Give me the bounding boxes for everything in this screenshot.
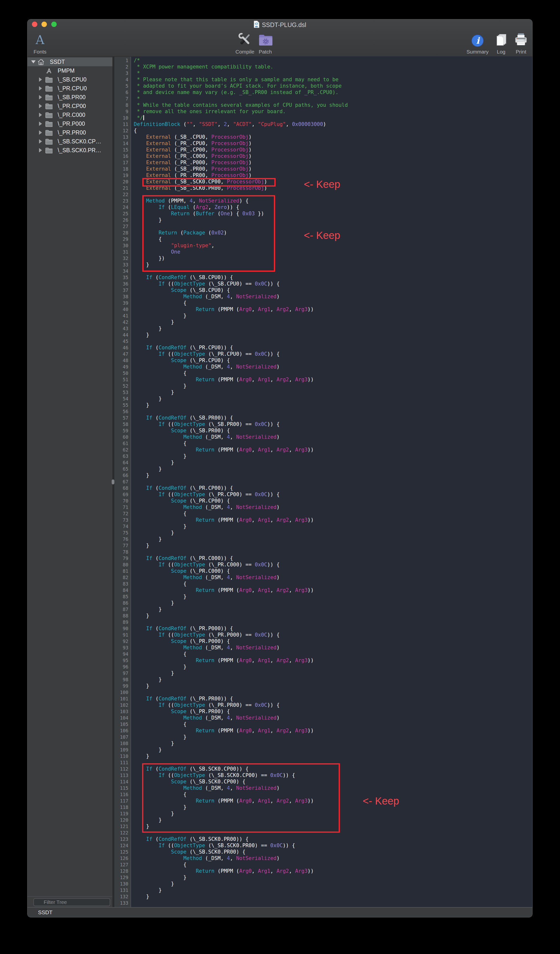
code-line[interactable]: Scope (\_SB.CPU0) { bbox=[134, 287, 532, 293]
code-line[interactable]: * remove all the ones irrelevant for you… bbox=[134, 108, 532, 115]
code-line[interactable]: } bbox=[134, 396, 532, 402]
code-line[interactable]: * bbox=[134, 95, 532, 102]
sidebar-item--pr-p000[interactable]: \_PR.P000 bbox=[28, 119, 112, 128]
code-line[interactable]: { bbox=[134, 370, 532, 376]
chevron-down-icon[interactable] bbox=[31, 61, 37, 63]
code-line[interactable]: */ bbox=[134, 115, 532, 121]
code-line[interactable]: If (CondRefOf (\_PR.CP00)) { bbox=[134, 485, 532, 491]
chevron-right-icon[interactable] bbox=[39, 122, 44, 126]
code-line[interactable]: Method (_DSM, 4, NotSerialized) bbox=[134, 644, 532, 651]
code-line[interactable]: } bbox=[134, 811, 532, 817]
code-line[interactable] bbox=[134, 759, 532, 766]
fonts-button[interactable]: A Fonts bbox=[32, 31, 48, 55]
code-line[interactable]: Method (_DSM, 4, NotSerialized) bbox=[134, 855, 532, 862]
code-line[interactable]: } bbox=[134, 823, 532, 829]
code-line[interactable]: If ((ObjectType (\_PR.P000) == 0x0C)) { bbox=[134, 632, 532, 638]
code-line[interactable]: If ((ObjectType (\_PR.CP00) == 0x0C)) { bbox=[134, 491, 532, 497]
code-line[interactable]: If (CondRefOf (\_SB.SCK0.PR00)) { bbox=[134, 836, 532, 842]
code-line[interactable]: { bbox=[134, 651, 532, 657]
code-line[interactable]: { bbox=[134, 510, 532, 517]
code-line[interactable]: Return (PMPM (Arg0, Arg1, Arg2, Arg3)) bbox=[134, 798, 532, 804]
code-line[interactable]: * Please note that this table is only a … bbox=[134, 76, 532, 83]
code-line[interactable] bbox=[134, 268, 532, 274]
code-line[interactable] bbox=[134, 829, 532, 836]
code-line[interactable]: Scope (\_PR.CP00) { bbox=[134, 497, 532, 504]
code-line[interactable]: } bbox=[134, 389, 532, 396]
code-line[interactable]: } bbox=[134, 893, 532, 900]
code-line[interactable]: External (_PR_.C000, ProcessorObj) bbox=[134, 153, 532, 159]
code-line[interactable] bbox=[134, 408, 532, 415]
code-line[interactable] bbox=[134, 549, 532, 555]
sidebar-item-pmpm[interactable]: PMPM bbox=[28, 66, 112, 75]
code-line[interactable]: Return (PMPM (Arg0, Arg1, Arg2, Arg3)) bbox=[134, 868, 532, 874]
code-line[interactable]: If (LEqual (Arg2, Zero)) { bbox=[134, 204, 532, 210]
code-line[interactable]: "plugin-type", bbox=[134, 242, 532, 249]
chevron-right-icon[interactable] bbox=[39, 139, 44, 143]
code-line[interactable]: { bbox=[134, 440, 532, 447]
code-line[interactable]: Return (PMPM (Arg0, Arg1, Arg2, Arg3)) bbox=[134, 657, 532, 664]
code-line[interactable] bbox=[134, 191, 532, 198]
code-line[interactable]: Scope (\_PR.PR00) { bbox=[134, 708, 532, 715]
code-line[interactable]: Method (PMPM, 4, NotSerialized) { bbox=[134, 198, 532, 204]
code-line[interactable]: } bbox=[134, 332, 532, 338]
chevron-right-icon[interactable] bbox=[39, 104, 44, 108]
code-line[interactable]: If (CondRefOf (\_SB.PR00)) { bbox=[134, 415, 532, 421]
code-line[interactable]: Method (_DSM, 4, NotSerialized) bbox=[134, 434, 532, 440]
code-line[interactable]: } bbox=[134, 459, 532, 466]
code-line[interactable]: If ((ObjectType (\_PR.PR00) == 0x0C)) { bbox=[134, 702, 532, 708]
code-line[interactable]: } bbox=[134, 402, 532, 408]
code-line[interactable]: If (CondRefOf (\_SB.SCK0.CP00)) { bbox=[134, 766, 532, 772]
chevron-right-icon[interactable] bbox=[39, 148, 44, 153]
code-line[interactable] bbox=[134, 479, 532, 485]
code-line[interactable] bbox=[134, 900, 532, 906]
code-line[interactable]: } bbox=[134, 523, 532, 530]
sidebar-item-ssdt[interactable]: SSDT bbox=[28, 58, 112, 66]
code-line[interactable]: } bbox=[134, 319, 532, 325]
code-line[interactable]: { bbox=[134, 300, 532, 306]
code-line[interactable]: Method (_DSM, 4, NotSerialized) bbox=[134, 363, 532, 370]
code-line[interactable] bbox=[134, 223, 532, 229]
patch-button[interactable]: Patch bbox=[257, 31, 273, 55]
code-line[interactable]: } bbox=[134, 753, 532, 759]
print-button[interactable]: Print bbox=[512, 31, 530, 55]
summary-button[interactable]: i Summary bbox=[465, 31, 490, 55]
code-line[interactable]: If (CondRefOf (\_PR.PR00)) { bbox=[134, 695, 532, 702]
code-line[interactable]: } bbox=[134, 542, 532, 549]
code-line[interactable]: Method (_DSM, 4, NotSerialized) bbox=[134, 293, 532, 300]
code-line[interactable]: Return (PMPM (Arg0, Arg1, Arg2, Arg3)) bbox=[134, 306, 532, 313]
code-line[interactable]: { bbox=[134, 721, 532, 727]
code-line[interactable]: Return (Package (0x02) bbox=[134, 229, 532, 236]
splitter-handle[interactable] bbox=[112, 479, 114, 484]
code-line[interactable]: } bbox=[134, 536, 532, 542]
code-line[interactable]: If ((ObjectType (\_PR.C000) == 0x0C)) { bbox=[134, 561, 532, 568]
code-line[interactable]: DefinitionBlock ("", "SSDT", 2, "ACDT", … bbox=[134, 121, 532, 128]
filter-tree-input[interactable] bbox=[33, 898, 110, 906]
code-line[interactable] bbox=[134, 619, 532, 625]
code-line[interactable]: External (_SB_.SCK0.PR00, ProcessorObj) bbox=[134, 185, 532, 191]
code-line[interactable]: Scope (\_SB.SCK0.PR00) { bbox=[134, 849, 532, 855]
code-line[interactable]: } bbox=[134, 453, 532, 459]
code-line[interactable]: * adapted to fit your board's ACPI stack… bbox=[134, 83, 532, 89]
code-line[interactable]: { bbox=[134, 862, 532, 868]
code-line[interactable]: External (_SB_.SCK0.CP00, ProcessorObj) bbox=[134, 178, 532, 185]
code-lines[interactable]: /* * XCPM power management compatibility… bbox=[132, 57, 532, 907]
code-line[interactable]: } bbox=[134, 670, 532, 677]
code-line[interactable]: * bbox=[134, 70, 532, 76]
code-line[interactable]: } bbox=[134, 472, 532, 479]
code-line[interactable]: } bbox=[134, 530, 532, 536]
code-line[interactable]: If (CondRefOf (\_PR.CPU0)) { bbox=[134, 344, 532, 351]
log-button[interactable]: Log bbox=[493, 31, 509, 55]
sidebar-item--sb-sck0-pr-[interactable]: \_SB.SCK0.PR… bbox=[28, 146, 112, 155]
code-line[interactable]: Return (Buffer (One) { 0x03 }) bbox=[134, 210, 532, 217]
code-line[interactable] bbox=[134, 689, 532, 695]
code-line[interactable]: Method (_DSM, 4, NotSerialized) bbox=[134, 715, 532, 721]
code-line[interactable]: * XCPM power management compatibility ta… bbox=[134, 64, 532, 70]
code-line[interactable]: } bbox=[134, 262, 532, 268]
code-line[interactable]: External (_PR_.PR00, ProcessorObj) bbox=[134, 172, 532, 178]
sidebar-item--pr-c000[interactable]: \_PR.C000 bbox=[28, 111, 112, 119]
code-line[interactable]: External (_PR_.CPU0, ProcessorObj) bbox=[134, 140, 532, 147]
code-line[interactable]: Scope (\_PR.P000) { bbox=[134, 638, 532, 644]
code-line[interactable]: Scope (\_SB.PR00) { bbox=[134, 427, 532, 434]
chevron-right-icon[interactable] bbox=[39, 77, 44, 82]
chevron-right-icon[interactable] bbox=[39, 113, 44, 117]
